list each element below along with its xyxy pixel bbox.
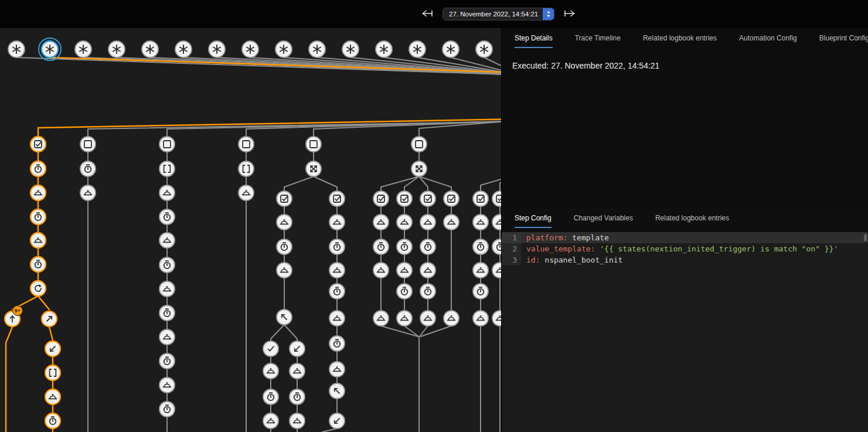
trace-node-service[interactable] — [239, 185, 254, 200]
trace-node-checkbox[interactable] — [30, 137, 46, 152]
run-select[interactable]: 27. November 2022, 14:54:21 — [442, 8, 554, 21]
tab-trace-timeline[interactable]: Trace Timeline — [575, 28, 621, 48]
trace-node-service[interactable] — [263, 363, 278, 379]
tab-config-related-logbook-entries[interactable]: Related logbook entries — [655, 208, 729, 228]
trace-node-service[interactable] — [492, 215, 501, 230]
trace-node-square[interactable] — [80, 137, 96, 152]
tab-blueprint-config[interactable]: Blueprint Config — [819, 28, 868, 48]
trace-node-asterisk[interactable] — [108, 41, 125, 57]
editor-scrollbar[interactable] — [864, 234, 867, 241]
trace-node-checkbox[interactable] — [373, 191, 389, 206]
trace-node-brackets[interactable] — [239, 161, 254, 176]
trace-node-square[interactable] — [239, 137, 254, 152]
trace-node-service[interactable] — [373, 263, 389, 278]
trace-node-service[interactable] — [373, 311, 389, 326]
trace-node-timer[interactable] — [397, 284, 412, 299]
trace-node-timer[interactable] — [329, 336, 345, 351]
trace-node-arrow-nw[interactable] — [329, 383, 345, 399]
trace-node-timer[interactable] — [80, 161, 96, 176]
previous-run-button[interactable] — [420, 8, 435, 21]
trace-node-square[interactable] — [159, 137, 175, 152]
next-run-button[interactable] — [562, 8, 577, 21]
trace-node-asterisk[interactable] — [242, 41, 258, 57]
tab-changed-variables[interactable]: Changed Variables — [574, 208, 633, 228]
trace-node-service[interactable] — [420, 263, 435, 278]
trace-node-service[interactable] — [420, 215, 435, 230]
tab-step-details[interactable]: Step Details — [515, 28, 553, 48]
trace-node-checkbox[interactable] — [329, 191, 345, 206]
tab-step-config[interactable]: Step Config — [515, 208, 552, 228]
trace-node-service[interactable] — [329, 311, 345, 326]
trace-node-asterisk[interactable] — [175, 41, 192, 57]
trace-node-checkbox[interactable] — [420, 191, 435, 206]
trace-node-timer[interactable] — [45, 413, 60, 428]
trace-node-service[interactable] — [159, 281, 175, 297]
trace-node-service[interactable] — [473, 311, 488, 326]
trace-node-timer[interactable] — [329, 284, 345, 299]
trace-node-service[interactable] — [420, 311, 435, 326]
trace-node-asterisk[interactable] — [142, 41, 158, 57]
trace-node-checkbox[interactable] — [473, 191, 488, 206]
trace-node-service[interactable] — [397, 215, 412, 230]
trace-node-service[interactable] — [473, 263, 488, 278]
trace-node-service[interactable] — [277, 215, 292, 230]
trace-node-check[interactable] — [263, 341, 278, 356]
trace-node-asterisk[interactable] — [42, 41, 58, 57]
trace-node-service[interactable] — [397, 311, 412, 326]
trace-node-service[interactable] — [329, 362, 345, 377]
trace-node-square[interactable] — [411, 137, 427, 152]
trace-node-branch[interactable] — [306, 161, 321, 176]
trace-node-timer[interactable] — [159, 305, 175, 321]
trace-node-service[interactable] — [473, 215, 488, 230]
trace-node-asterisk[interactable] — [342, 41, 359, 57]
trace-node-arrow-sw[interactable] — [329, 413, 345, 428]
trace-node-checkbox[interactable] — [492, 191, 501, 206]
trace-node-timer[interactable] — [30, 161, 46, 176]
trace-node-asterisk[interactable] — [75, 41, 91, 57]
trace-node-timer[interactable] — [159, 402, 175, 417]
trace-node-timer[interactable] — [473, 239, 488, 254]
trace-node-asterisk[interactable] — [476, 41, 492, 57]
trace-node-service[interactable] — [80, 185, 96, 200]
trace-node-timer[interactable] — [373, 239, 389, 254]
trace-node-arrow-sw[interactable] — [45, 341, 60, 356]
tab-automation-config[interactable]: Automation Config — [739, 28, 797, 48]
trace-node-branch[interactable] — [411, 161, 427, 176]
trace-node-service[interactable] — [159, 185, 175, 200]
trace-node-timer[interactable] — [159, 209, 175, 224]
trace-node-asterisk[interactable] — [442, 41, 459, 57]
trace-node-timer[interactable] — [420, 284, 435, 299]
trace-node-service[interactable] — [45, 389, 60, 404]
trace-node-timer[interactable] — [277, 239, 292, 254]
trace-node-checkbox[interactable] — [277, 191, 292, 206]
trace-node-repeat[interactable] — [30, 281, 46, 296]
trace-node-asterisk[interactable] — [409, 41, 426, 57]
trace-node-service[interactable] — [444, 215, 459, 230]
trace-node-service[interactable] — [397, 263, 412, 278]
yaml-code-editor[interactable]: 1 platform: template 2 value_template: '… — [502, 232, 868, 432]
trace-node-service[interactable] — [329, 263, 345, 278]
trace-node-timer[interactable] — [290, 389, 305, 404]
trace-node-timer[interactable] — [159, 257, 175, 273]
trace-node-timer[interactable] — [30, 209, 46, 224]
trace-node-brackets[interactable] — [45, 365, 60, 380]
trace-node-square[interactable] — [306, 137, 321, 152]
trace-node-arrow-sw[interactable] — [290, 341, 305, 356]
trace-node-timer[interactable] — [263, 389, 278, 404]
trace-node-arrow-nw[interactable] — [277, 309, 292, 325]
tab-related-logbook-entries[interactable]: Related logbook entries — [643, 28, 717, 48]
trace-node-service[interactable] — [263, 413, 278, 428]
trace-node-arrow-ne[interactable] — [42, 311, 57, 326]
trace-graph[interactable]: 9+ — [0, 28, 501, 432]
trace-node-timer[interactable] — [30, 257, 46, 272]
trace-node-service[interactable] — [159, 233, 175, 248]
trace-node-asterisk[interactable] — [275, 41, 292, 57]
trace-node-service[interactable] — [492, 311, 501, 326]
trace-node-asterisk[interactable] — [376, 41, 392, 57]
trace-node-service[interactable] — [30, 185, 46, 200]
trace-node-service[interactable] — [159, 377, 175, 393]
trace-node-asterisk[interactable] — [8, 41, 25, 57]
trace-node-timer[interactable] — [492, 239, 501, 254]
trace-node-timer[interactable] — [329, 239, 345, 254]
trace-node-service[interactable] — [277, 263, 292, 278]
